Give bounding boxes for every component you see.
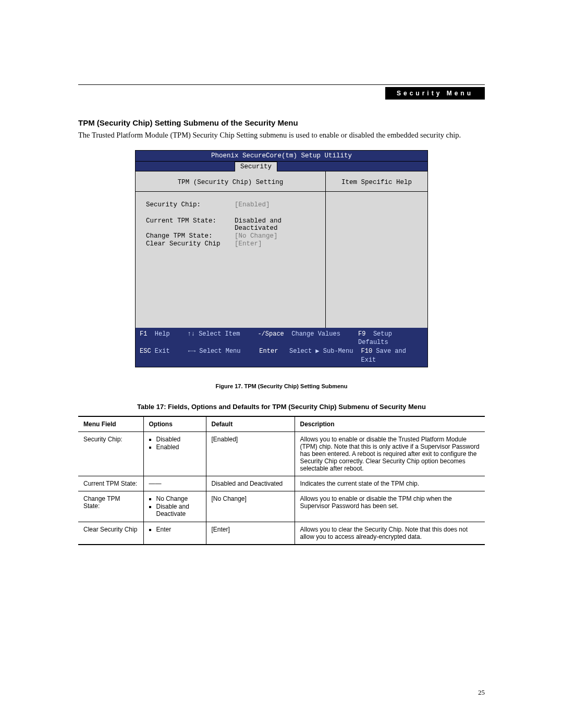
bios-setting-label: Change TPM State: xyxy=(146,232,235,240)
bios-title-bar: Phoenix SecureCore(tm) Setup Utility xyxy=(136,151,427,162)
bios-right-pane-title: Item Specific Help xyxy=(326,171,427,192)
cell-description: Allows you to enable or disable the TPM … xyxy=(295,491,485,522)
bios-setting-value: [Enabled] xyxy=(235,201,270,208)
bios-setting-value: Disabled and Deactivated xyxy=(235,217,319,232)
key-enter[interactable]: Enter xyxy=(259,348,278,355)
page-content: Security Menu TPM (Security Chip) Settin… xyxy=(78,84,485,545)
bios-setting-value: [Enter] xyxy=(235,240,262,248)
cell-options: Enter xyxy=(143,522,206,545)
th-default: Default xyxy=(206,416,295,432)
bios-setting-row[interactable]: Change TPM State:[No Change] xyxy=(146,232,319,240)
bios-setting-label: Security Chip: xyxy=(146,201,235,208)
table-title: Table 17: Fields, Options and Defaults f… xyxy=(78,403,485,411)
top-rule xyxy=(78,84,485,85)
cell-default: [No Change] xyxy=(206,491,295,522)
bios-tab-bar: Security xyxy=(136,162,427,171)
table-row: Current TPM State:——Disabled and Deactiv… xyxy=(78,476,485,491)
option-item: Enabled xyxy=(156,443,201,451)
cell-menu-field: Security Chip: xyxy=(78,431,143,476)
cell-default: [Enabled] xyxy=(206,431,295,476)
th-menu-field: Menu Field xyxy=(78,416,143,432)
cell-options: No ChangeDisable and Deactivate xyxy=(143,491,206,522)
bios-settings-list: Security Chip:[Enabled]Current TPM State… xyxy=(136,192,325,248)
header-row: Security Menu xyxy=(78,87,485,100)
cell-description: Indicates the current state of the TPM c… xyxy=(295,476,485,491)
th-options: Options xyxy=(143,416,206,432)
bios-setting-row[interactable]: Current TPM State:Disabled and Deactivat… xyxy=(146,217,319,232)
options-table: Menu Field Options Default Description S… xyxy=(78,416,485,545)
key-f10[interactable]: F10 xyxy=(361,348,373,355)
arrows-leftright-icon: ←→ xyxy=(188,348,195,355)
bios-left-pane: TPM (Security Chip) Setting Security Chi… xyxy=(136,171,326,328)
chapter-tag: Security Menu xyxy=(385,87,485,100)
key-esc[interactable]: ESC xyxy=(140,348,151,355)
key-f1[interactable]: F1 xyxy=(140,330,147,338)
bios-setting-label: Clear Security Chip xyxy=(146,240,235,248)
th-description: Description xyxy=(295,416,485,432)
table-row: Change TPM State:No ChangeDisable and De… xyxy=(78,491,485,522)
bios-left-pane-title: TPM (Security Chip) Setting xyxy=(136,171,325,192)
bios-setting-row[interactable]: Clear Security Chip[Enter] xyxy=(146,240,319,248)
bios-right-pane: Item Specific Help xyxy=(326,171,427,328)
bios-setting-value: [No Change] xyxy=(235,232,278,240)
cell-default: [Enter] xyxy=(206,522,295,545)
section-heading: TPM (Security Chip) Setting Submenu of t… xyxy=(78,118,485,127)
option-item: Enter xyxy=(156,526,201,533)
table-row: Security Chip:DisabledEnabled[Enabled]Al… xyxy=(78,431,485,476)
bios-setting-row[interactable]: Security Chip:[Enabled] xyxy=(146,201,319,208)
section-intro: The Trusted Platform Module (TPM) Securi… xyxy=(78,130,485,141)
table-header-row: Menu Field Options Default Description xyxy=(78,416,485,432)
cell-options: DisabledEnabled xyxy=(143,431,206,476)
cell-default: Disabled and Deactivated xyxy=(206,476,295,491)
table-row: Clear Security ChipEnter[Enter]Allows yo… xyxy=(78,522,485,545)
cell-menu-field: Current TPM State: xyxy=(78,476,143,491)
cell-menu-field: Change TPM State: xyxy=(78,491,143,522)
key-f9[interactable]: F9 xyxy=(358,330,365,338)
bios-footer: F1 Help ↑↓ Select Item -/Space Change Va… xyxy=(136,328,427,367)
option-item: Disable and Deactivate xyxy=(156,503,201,517)
bios-tab-security[interactable]: Security xyxy=(235,162,277,171)
cell-description: Allows you to clear the Security Chip. N… xyxy=(295,522,485,545)
cell-description: Allows you to enable or disable the Trus… xyxy=(295,431,485,476)
bios-setting-label: Current TPM State: xyxy=(146,217,235,232)
key-space[interactable]: -/Space xyxy=(258,330,284,338)
bios-window: Phoenix SecureCore(tm) Setup Utility Sec… xyxy=(135,150,428,367)
option-item: Disabled xyxy=(156,436,201,443)
option-item: No Change xyxy=(156,495,201,502)
arrows-updown-icon: ↑↓ xyxy=(188,330,195,338)
page-number: 25 xyxy=(478,688,485,697)
bios-body: TPM (Security Chip) Setting Security Chi… xyxy=(136,171,427,328)
cell-options: —— xyxy=(143,476,206,491)
cell-menu-field: Clear Security Chip xyxy=(78,522,143,545)
figure-caption: Figure 17. TPM (Security Chip) Setting S… xyxy=(78,383,485,389)
